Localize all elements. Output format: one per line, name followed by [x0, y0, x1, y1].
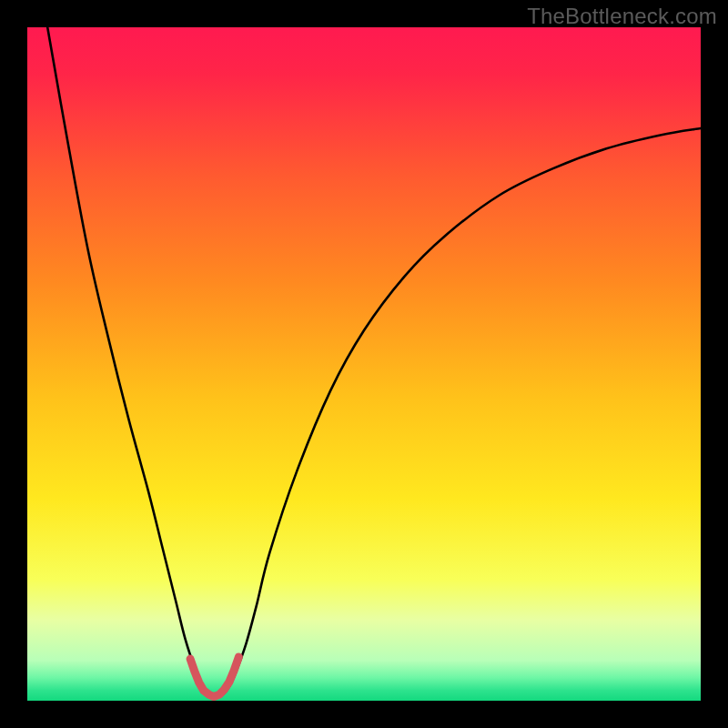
watermark-text: TheBottleneck.com — [527, 4, 717, 29]
chart-plot-area — [27, 27, 701, 701]
bottleneck-chart — [0, 0, 728, 728]
